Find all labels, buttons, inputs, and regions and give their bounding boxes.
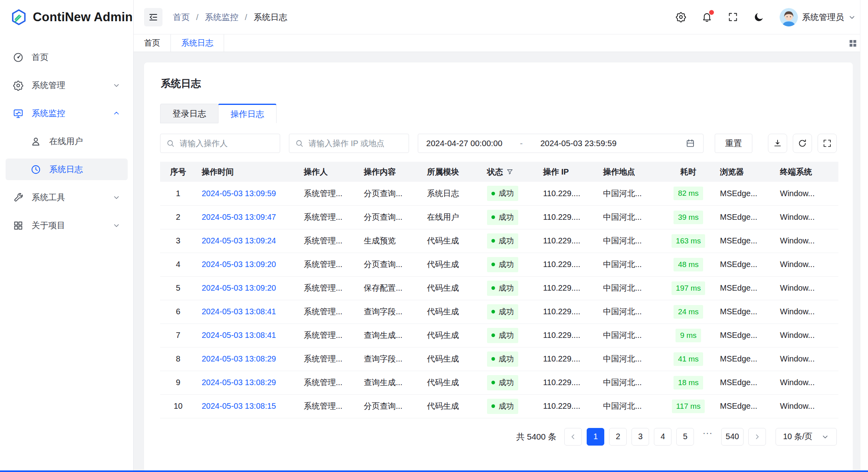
calendar-icon[interactable] (686, 139, 695, 148)
col-header-index: 序号 (160, 162, 196, 182)
sidebar-item-system-log[interactable]: 系统日志 (6, 159, 128, 180)
operator-search-input[interactable] (180, 139, 274, 148)
time-link[interactable]: 2024-05-03 13:08:29 (196, 347, 298, 371)
time-link[interactable]: 2024-05-03 13:09:59 (196, 182, 298, 205)
search-icon (166, 139, 175, 148)
table-row: 62024-05-03 13:08:41系统管理...查询字段...代码生成成功… (160, 300, 838, 323)
date-start-value[interactable]: 2024-04-27 00:00:00 (426, 139, 502, 148)
status-badge: 成功 (487, 257, 518, 272)
refresh-icon (798, 139, 807, 148)
status-dot-icon (491, 310, 495, 313)
refresh-button[interactable] (793, 134, 812, 153)
date-range-picker[interactable]: 2024-04-27 00:00:00 - 2024-05-03 23:59:5… (418, 134, 704, 153)
module-cell: 代码生成 (421, 229, 481, 253)
tab-login-log[interactable]: 登录日志 (160, 104, 219, 123)
filter-icon[interactable] (506, 168, 513, 175)
monitor-icon (13, 108, 24, 119)
time-link[interactable]: 2024-05-03 13:09:20 (196, 253, 298, 276)
table-fullscreen-button[interactable] (818, 134, 837, 153)
page-size-select[interactable]: 10 条/页 (776, 428, 837, 446)
status-dot-icon (491, 192, 495, 195)
tab-home[interactable]: 首页 (134, 34, 171, 52)
operation-time-link[interactable]: 2024-05-03 13:09:59 (202, 189, 276, 198)
operation-time-link[interactable]: 2024-05-03 13:08:41 (202, 307, 276, 316)
page-button-1[interactable]: 1 (587, 428, 604, 446)
time-link[interactable]: 2024-05-03 13:09:24 (196, 229, 298, 253)
menu-collapse-icon (148, 12, 158, 22)
time-link[interactable]: 2024-05-03 13:08:29 (196, 371, 298, 394)
browser-cell: MSEdge... (714, 300, 774, 323)
page-button-5[interactable]: 5 (676, 428, 694, 446)
os-cell: Window... (774, 300, 838, 323)
breadcrumb-home[interactable]: 首页 (173, 12, 190, 23)
browser-cell: MSEdge... (714, 253, 774, 276)
sidebar-item-home[interactable]: 首页 (6, 46, 128, 68)
page-ellipsis[interactable]: ··· (699, 428, 716, 446)
duration-cell: 24 ms (662, 300, 714, 323)
row-index: 9 (160, 371, 196, 394)
status-badge: 成功 (487, 375, 518, 390)
time-link[interactable]: 2024-05-03 13:09:47 (196, 205, 298, 229)
menu-collapse-button[interactable] (144, 8, 162, 26)
notifications-button[interactable] (702, 12, 712, 22)
ip-cell: 110.229.... (537, 205, 597, 229)
status-cell: 成功 (481, 229, 537, 253)
operator-search-field[interactable] (160, 134, 280, 153)
time-link[interactable]: 2024-05-03 13:08:15 (196, 394, 298, 418)
user-menu[interactable]: 系统管理员 (780, 8, 856, 26)
date-range-separator: - (520, 139, 523, 148)
sidebar-item-system-monitor[interactable]: 系统监控 (6, 102, 128, 124)
page-button-540[interactable]: 540 (721, 428, 743, 446)
ip-search-field[interactable] (289, 134, 409, 153)
operation-time-link[interactable]: 2024-05-03 13:09:47 (202, 213, 276, 221)
page-scrollbar[interactable] (860, 0, 868, 472)
operation-time-link[interactable]: 2024-05-03 13:09:24 (202, 236, 276, 245)
time-link[interactable]: 2024-05-03 13:09:20 (196, 276, 298, 300)
apps-grid-icon[interactable] (848, 38, 858, 48)
sidebar-item-online-users[interactable]: 在线用户 (6, 131, 128, 152)
operation-time-link[interactable]: 2024-05-03 13:09:20 (202, 260, 276, 269)
operation-time-link[interactable]: 2024-05-03 13:08:15 (202, 402, 276, 410)
os-cell: Window... (774, 276, 838, 300)
browser-cell: MSEdge... (714, 229, 774, 253)
sidebar: ContiNew Admin 首页 系统管理 系统监控 在线用户 (0, 0, 134, 472)
content-cell: 查询字段... (358, 347, 421, 371)
logo[interactable]: ContiNew Admin (0, 0, 133, 34)
page-button-2[interactable]: 2 (609, 428, 627, 446)
row-index: 2 (160, 205, 196, 229)
sidebar-item-about-project[interactable]: 关于项目 (6, 215, 128, 236)
operation-time-link[interactable]: 2024-05-03 13:08:41 (202, 331, 276, 339)
operator-cell: 系统管理... (298, 182, 358, 205)
row-index: 5 (160, 276, 196, 300)
time-link[interactable]: 2024-05-03 13:08:41 (196, 323, 298, 347)
page-button-3[interactable]: 3 (631, 428, 649, 446)
page-button-4[interactable]: 4 (654, 428, 672, 446)
export-button[interactable] (768, 134, 787, 153)
prev-page-button[interactable] (564, 428, 582, 446)
col-header-operator: 操作人 (298, 162, 358, 182)
operation-log-table: 序号 操作时间 操作人 操作内容 所属模块 状态 操作 IP 操作地点 耗时 浏… (160, 162, 838, 418)
ip-search-input[interactable] (309, 139, 403, 148)
operation-time-link[interactable]: 2024-05-03 13:08:29 (202, 354, 276, 363)
time-link[interactable]: 2024-05-03 13:08:41 (196, 300, 298, 323)
status-dot-icon (491, 263, 495, 266)
table-toolbar-buttons (768, 134, 837, 153)
location-cell: 中国河北... (597, 323, 662, 347)
next-page-button[interactable] (748, 428, 766, 446)
sidebar-item-system-management[interactable]: 系统管理 (6, 74, 128, 96)
main-area: 首页 / 系统监控 / 系统日志 (134, 0, 868, 472)
settings-gear-icon[interactable] (676, 12, 686, 22)
fullscreen-icon[interactable] (728, 12, 738, 22)
sidebar-item-system-tools[interactable]: 系统工具 (6, 187, 128, 208)
sidebar-item-label: 系统管理 (32, 80, 65, 91)
system-log-card: 系统日志 登录日志 操作日志 (144, 62, 853, 472)
tab-system-log[interactable]: 系统日志 (171, 34, 224, 52)
operation-time-link[interactable]: 2024-05-03 13:08:29 (202, 378, 276, 387)
tab-operation-log[interactable]: 操作日志 (218, 104, 277, 123)
avatar (780, 8, 798, 26)
date-end-value[interactable]: 2024-05-03 23:59:59 (540, 139, 616, 148)
moon-icon[interactable] (754, 12, 764, 22)
breadcrumb-system-monitor[interactable]: 系统监控 (205, 12, 239, 23)
reset-button[interactable]: 重置 (715, 134, 752, 153)
operation-time-link[interactable]: 2024-05-03 13:09:20 (202, 283, 276, 292)
